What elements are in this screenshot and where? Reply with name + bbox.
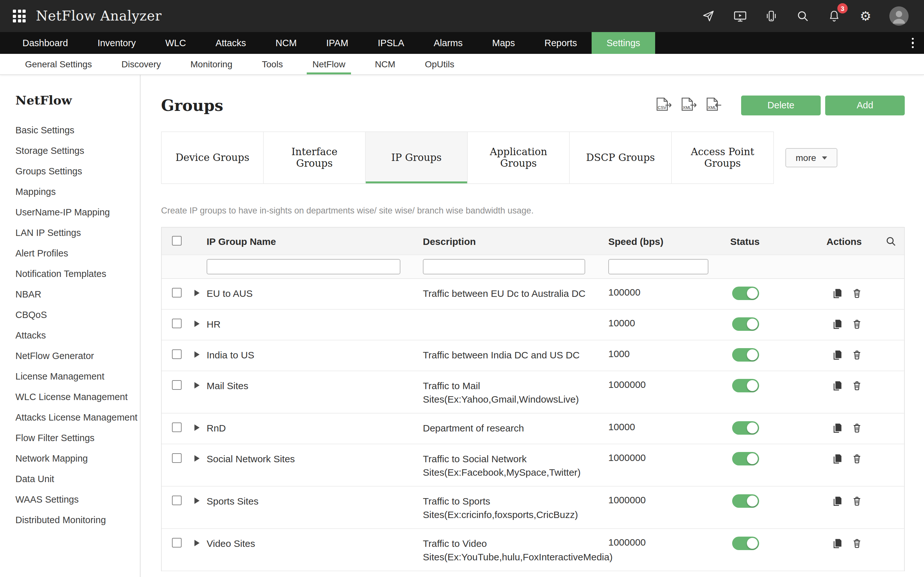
subnav-item-oputils[interactable]: OpUtils (410, 54, 469, 74)
row-checkbox[interactable] (172, 422, 182, 432)
status-toggle[interactable] (732, 348, 759, 362)
row-checkbox[interactable] (172, 350, 182, 359)
nav-item-reports[interactable]: Reports (530, 32, 592, 54)
copy-icon[interactable] (832, 422, 843, 434)
mobile-alert-icon[interactable] (764, 8, 779, 24)
row-checkbox[interactable] (172, 288, 182, 298)
copy-icon[interactable] (832, 453, 843, 464)
trash-icon[interactable] (851, 422, 863, 434)
more-tabs-button[interactable]: more (785, 148, 837, 167)
row-checkbox[interactable] (172, 380, 182, 390)
trash-icon[interactable] (851, 453, 863, 464)
row-checkbox[interactable] (172, 538, 182, 548)
subnav-item-monitoring[interactable]: Monitoring (176, 54, 247, 74)
trash-icon[interactable] (851, 288, 863, 299)
table-search-icon[interactable] (878, 235, 904, 247)
nav-item-wlc[interactable]: WLC (150, 32, 200, 54)
sidebar-item-flow-filter-settings[interactable]: Flow Filter Settings (15, 428, 134, 448)
row-checkbox[interactable] (172, 319, 182, 328)
sidebar-item-data-unit[interactable]: Data Unit (15, 469, 134, 489)
sidebar-item-attacks-license-management[interactable]: Attacks License Management (15, 407, 134, 428)
copy-icon[interactable] (832, 380, 843, 391)
select-all-checkbox[interactable] (172, 236, 182, 245)
filter-ip-group-name-input[interactable] (207, 259, 401, 274)
subnav-item-general-settings[interactable]: General Settings (10, 54, 107, 74)
sidebar-item-network-mapping[interactable]: Network Mapping (15, 448, 134, 469)
sidebar-item-attacks[interactable]: Attacks (15, 325, 134, 346)
status-toggle[interactable] (732, 494, 759, 508)
sidebar-item-notification-templates[interactable]: Notification Templates (15, 263, 134, 284)
tab-application-groups[interactable]: Application Groups (467, 131, 570, 184)
search-icon[interactable] (795, 8, 811, 24)
add-button[interactable]: Add (825, 95, 905, 115)
trash-icon[interactable] (851, 538, 863, 549)
subnav-item-discovery[interactable]: Discovery (107, 54, 176, 74)
status-toggle[interactable] (732, 421, 759, 435)
presentation-icon[interactable] (732, 8, 748, 24)
tab-ip-groups[interactable]: IP Groups (365, 131, 468, 184)
expand-arrow-icon[interactable] (194, 424, 200, 431)
expand-arrow-icon[interactable] (194, 540, 200, 546)
trash-icon[interactable] (851, 380, 863, 391)
tab-interface-groups[interactable]: Interface Groups (263, 131, 366, 184)
trash-icon[interactable] (851, 496, 863, 506)
trash-icon[interactable] (851, 350, 863, 360)
nav-item-dashboard[interactable]: Dashboard (8, 32, 83, 54)
sidebar-item-mappings[interactable]: Mappings (15, 181, 134, 202)
sidebar-item-cbqos[interactable]: CBQoS (15, 305, 134, 325)
notifications-bell-icon[interactable]: 3 (827, 8, 842, 24)
sidebar-item-wlc-license-management[interactable]: WLC License Management (15, 387, 134, 407)
export-csv-icon[interactable]: CSV (654, 97, 674, 113)
sidebar-item-distributed-monitoring[interactable]: Distributed Monitoring (15, 510, 134, 530)
nav-item-ncm[interactable]: NCM (261, 32, 312, 54)
tab-device-groups[interactable]: Device Groups (161, 131, 264, 184)
sidebar-item-storage-settings[interactable]: Storage Settings (15, 140, 134, 161)
nav-item-ipam[interactable]: IPAM (312, 32, 363, 54)
sidebar-item-alert-profiles[interactable]: Alert Profiles (15, 243, 134, 263)
filter-speed-input[interactable] (608, 259, 708, 274)
status-toggle[interactable] (732, 537, 759, 550)
nav-overflow-icon[interactable] (911, 32, 914, 54)
apps-grid-icon[interactable] (13, 10, 26, 23)
expand-arrow-icon[interactable] (194, 290, 200, 296)
trash-icon[interactable] (851, 319, 863, 330)
status-toggle[interactable] (732, 379, 759, 392)
sidebar-item-netflow-generator[interactable]: NetFlow Generator (15, 346, 134, 366)
copy-icon[interactable] (832, 288, 843, 299)
tab-dscp-groups[interactable]: DSCP Groups (569, 131, 672, 184)
copy-icon[interactable] (832, 538, 843, 549)
sidebar-item-license-management[interactable]: License Management (15, 366, 134, 387)
expand-arrow-icon[interactable] (194, 321, 200, 327)
tab-access-point-groups[interactable]: Access Point Groups (671, 131, 774, 184)
nav-item-settings[interactable]: Settings (592, 32, 655, 54)
launch-icon[interactable] (701, 8, 716, 24)
user-avatar[interactable] (889, 6, 909, 26)
sidebar-item-nbar[interactable]: NBAR (15, 284, 134, 305)
sidebar-item-waas-settings[interactable]: WAAS Settings (15, 489, 134, 510)
subnav-item-netflow[interactable]: NetFlow (298, 54, 360, 74)
status-toggle[interactable] (732, 287, 759, 300)
subnav-item-tools[interactable]: Tools (247, 54, 297, 74)
filter-description-input[interactable] (423, 259, 585, 274)
nav-item-attacks[interactable]: Attacks (201, 32, 261, 54)
subnav-item-ncm[interactable]: NCM (360, 54, 410, 74)
expand-arrow-icon[interactable] (194, 382, 200, 388)
copy-icon[interactable] (832, 496, 843, 506)
row-checkbox[interactable] (172, 453, 182, 463)
expand-arrow-icon[interactable] (194, 455, 200, 462)
expand-arrow-icon[interactable] (194, 351, 200, 358)
sidebar-item-lan-ip-settings[interactable]: LAN IP Settings (15, 222, 134, 243)
copy-icon[interactable] (832, 319, 843, 330)
import-xml-icon[interactable]: XML (704, 97, 724, 113)
sidebar-item-groups-settings[interactable]: Groups Settings (15, 161, 134, 181)
export-xml-icon[interactable]: XML (680, 97, 699, 113)
row-checkbox[interactable] (172, 496, 182, 505)
settings-gear-icon[interactable]: ⚙ (858, 8, 873, 24)
copy-icon[interactable] (832, 350, 843, 360)
status-toggle[interactable] (732, 318, 759, 331)
nav-item-maps[interactable]: Maps (477, 32, 530, 54)
nav-item-ipsla[interactable]: IPSLA (363, 32, 419, 54)
sidebar-item-basic-settings[interactable]: Basic Settings (15, 120, 134, 140)
nav-item-alarms[interactable]: Alarms (419, 32, 477, 54)
expand-arrow-icon[interactable] (194, 498, 200, 504)
